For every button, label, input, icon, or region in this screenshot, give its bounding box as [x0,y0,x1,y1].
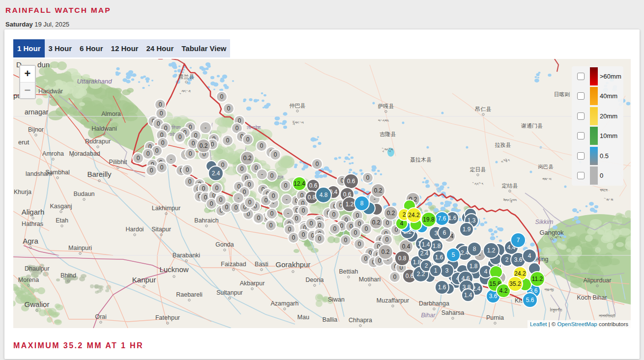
svg-text:0: 0 [358,221,361,227]
svg-text:0: 0 [221,162,225,168]
svg-text:Bahraich: Bahraich [194,217,218,224]
svg-text:Lakhimpur: Lakhimpur [152,205,180,212]
svg-text:Ballia: Ballia [322,316,338,323]
svg-text:0: 0 [155,147,159,154]
svg-text:0: 0 [211,141,214,148]
svg-text:普兰县: 普兰县 [178,74,195,80]
svg-text:0: 0 [257,215,261,222]
svg-text:0: 0 [284,182,288,189]
svg-text:0: 0 [240,166,244,172]
svg-text:Morena: Morena [18,277,39,283]
svg-text:1.4: 1.4 [464,292,472,299]
svg-text:0: 0 [188,178,192,185]
svg-text:Fatehpur: Fatehpur [155,314,180,321]
svg-text:0: 0 [192,140,195,147]
svg-text:Orai: Orai [95,313,107,320]
svg-text:0: 0 [210,200,213,207]
svg-text:-: - [286,196,288,203]
svg-text:0: 0 [292,234,295,241]
svg-text:0: 0 [260,142,263,149]
svg-text:11.2: 11.2 [532,276,543,282]
svg-text:0: 0 [270,210,274,217]
svg-text:6: 6 [443,229,446,236]
svg-text:Bijnor: Bijnor [28,126,44,133]
svg-text:Haridwār: Haridwār [38,88,63,95]
svg-text:3: 3 [435,230,438,237]
svg-text:0: 0 [302,207,305,214]
svg-text:Pilibhit: Pilibhit [109,159,127,166]
svg-text:1.2: 1.2 [346,201,354,208]
svg-text:0: 0 [160,110,163,117]
svg-text:0: 0 [204,194,207,201]
svg-text:Alipurduar: Alipurduar [584,277,612,284]
svg-text:Bettiah: Bettiah [339,268,358,275]
svg-text:定结县: 定结县 [502,183,518,189]
svg-text:0: 0 [150,167,153,174]
svg-text:3: 3 [445,267,449,274]
svg-text:0: 0 [333,225,337,232]
svg-text:5.6: 5.6 [526,297,534,304]
svg-text:ঠাকুরগাঁও: ঠাকুরগাঁও [550,307,562,313]
svg-text:0: 0 [288,226,292,233]
svg-text:谢通门县: 谢通门县 [521,123,543,129]
svg-text:0: 0 [332,211,336,218]
svg-text:Aligarh: Aligarh [22,208,45,216]
svg-text:聂拉木县: 聂拉木县 [410,157,432,163]
svg-text:0: 0 [160,164,164,171]
svg-text:0.2: 0.2 [381,249,390,255]
svg-text:0: 0 [274,151,277,158]
svg-text:0: 0 [378,257,381,264]
svg-text:Deoria: Deoria [306,277,324,283]
svg-text:0: 0 [270,172,274,179]
svg-text:8: 8 [360,200,364,207]
svg-text:Budaun: Budaun [73,191,94,197]
svg-text:0.6: 0.6 [347,178,355,185]
svg-text:19.8: 19.8 [423,216,435,223]
svg-text:24.2: 24.2 [408,212,420,219]
svg-text:0: 0 [295,215,298,222]
svg-text:Moradabad: Moradabad [69,150,100,157]
svg-text:Azamgarh: Azamgarh [271,300,299,307]
svg-text:Mau: Mau [297,314,309,321]
svg-text:0: 0 [225,204,229,211]
svg-text:Mainpuri: Mainpuri [68,245,92,251]
svg-text:dun: dun [37,60,50,69]
svg-text:0: 0 [186,166,189,173]
svg-text:萨嘎县: 萨嘎县 [378,103,394,109]
svg-text:Darbhanga: Darbhanga [419,300,449,307]
svg-text:0: 0 [246,136,250,143]
svg-text:-: - [170,156,172,163]
svg-text:Kasganj: Kasganj [50,203,72,210]
svg-text:0: 0 [146,150,150,157]
svg-text:Bareilly: Bareilly [87,170,112,178]
svg-text:2.4: 2.4 [212,170,220,177]
svg-text:Sikkim: Sikkim [535,219,554,225]
svg-text:4: 4 [400,220,404,227]
svg-text:Sultanpur: Sultanpur [216,289,243,296]
svg-text:4: 4 [528,252,531,259]
svg-text:0: 0 [189,150,192,157]
svg-text:2: 2 [425,262,428,269]
svg-text:Raebareli: Raebareli [176,291,203,298]
svg-text:1.9: 1.9 [463,226,471,233]
svg-text:1.6: 1.6 [448,215,457,222]
svg-text:昂仁县: 昂仁县 [475,106,492,112]
svg-text:-: - [205,124,206,131]
svg-text:0: 0 [354,229,357,236]
svg-text:岗巴县: 岗巴县 [538,164,554,169]
svg-text:0: 0 [255,165,258,171]
svg-text:གཏིང་སྐྱེས: གཏིང་སྐྱེས [503,198,517,203]
svg-text:Gorakhpur: Gorakhpur [276,260,311,269]
svg-text:Barabanki: Barabanki [173,252,200,259]
svg-text:পঞ্চগড়: পঞ্চগড় [544,287,554,292]
svg-text:Amroha: Amroha [42,150,64,157]
svg-text:Haldwani: Haldwani [91,125,117,132]
svg-text:0.2: 0.2 [387,210,395,217]
svg-text:Faizabad: Faizabad [221,261,246,268]
svg-text:0: 0 [215,185,219,192]
svg-text:-: - [237,194,239,201]
svg-text:ঘদ্দমে: ঘদ্দমে [599,188,608,193]
svg-text:লালমনিরহাট: লালমনিরহাট [598,313,615,318]
svg-text:erut: erut [18,138,29,146]
svg-text:1.2: 1.2 [487,247,496,254]
